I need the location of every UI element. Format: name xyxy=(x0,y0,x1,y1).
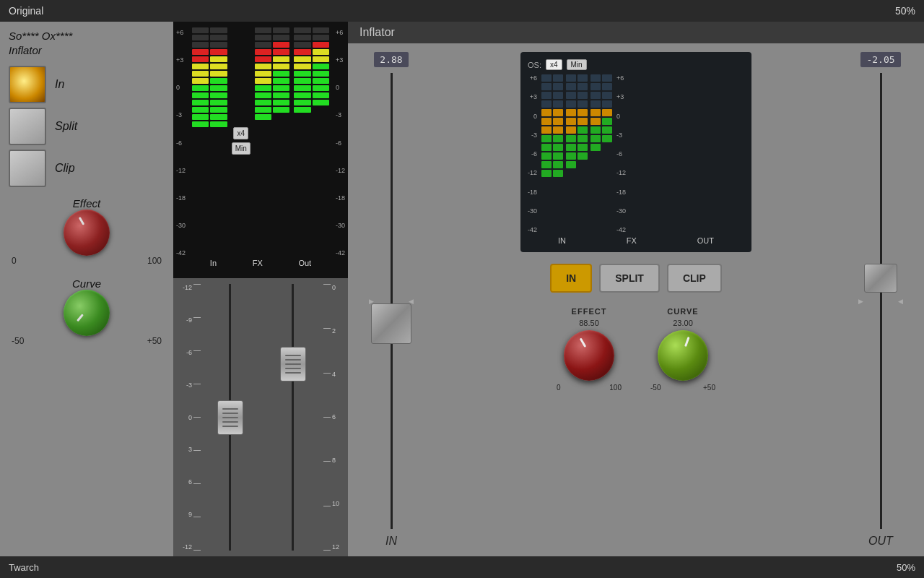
big-meter-bars-container: +6+30-3-6-12-18-30-42 xyxy=(528,74,744,233)
split-button[interactable] xyxy=(9,108,46,145)
effect-scale-max: 100 xyxy=(147,256,162,266)
curve-scale: -50 +50 xyxy=(9,336,165,346)
plugin-title: So**** Ox****Inflator xyxy=(0,22,173,61)
curve-knob-row xyxy=(9,290,165,336)
curve-knob[interactable] xyxy=(64,290,110,336)
inflator-center: OS: x4 Min +6+30-3-6-12-18-30-42 xyxy=(435,43,837,556)
in-bar-right xyxy=(210,27,227,254)
in-fader-container: ▶ ◀ xyxy=(366,73,417,529)
out-fader-arrow-right: ◀ xyxy=(898,298,903,305)
main-content: So**** Ox****Inflator In Split Clip Effe… xyxy=(0,22,924,556)
in-label: In xyxy=(55,78,64,91)
effect-scale-min: 0 xyxy=(12,256,17,266)
in-button-row: In xyxy=(9,66,165,103)
in-fader-handle[interactable] xyxy=(371,303,411,344)
big-meter-left-scale: +6+30-3-6-12-18-30-42 xyxy=(528,74,539,233)
big-fx-label: FX xyxy=(627,236,637,245)
out-value-display[interactable]: -2.05 xyxy=(860,52,900,67)
inflator-curve-group: CURVE 23.00 -50 +50 xyxy=(650,307,715,392)
inflator-header: Inflator xyxy=(348,22,924,43)
in-mode-button[interactable]: IN xyxy=(550,264,592,293)
min-button[interactable]: Min xyxy=(232,142,250,155)
left-fader-handle[interactable] xyxy=(217,400,243,435)
big-meter-col-labels: IN FX OUT xyxy=(528,236,744,245)
left-panel: So**** Ox****Inflator In Split Clip Effe… xyxy=(0,22,173,556)
effect-label: Effect xyxy=(73,197,100,210)
right-fader-scale: 024681012 xyxy=(331,284,344,551)
inflator-curve-knob[interactable] xyxy=(658,330,708,381)
effect-section: Effect 0 100 xyxy=(0,191,173,272)
in-fader-area: 2.88 ▶ ◀ IN xyxy=(348,43,435,556)
big-meter-right-scale: +6+30-3-6-12-18-30-42 xyxy=(615,74,626,233)
right-fader-ticks xyxy=(323,284,331,551)
right-fader-track xyxy=(262,284,323,551)
out-fader-container: ▶ ◀ xyxy=(855,73,906,529)
big-in-channel xyxy=(541,74,563,233)
big-meter-top: OS: x4 Min xyxy=(528,59,744,70)
plugin-button-list: In Split Clip xyxy=(0,61,173,191)
meter-panel: +6+30-3-6-12-18-30-42 +6+30-3-6-12-18-30… xyxy=(173,22,348,556)
in-value-display[interactable]: 2.88 xyxy=(374,52,408,67)
clip-button-row: Clip xyxy=(9,150,165,187)
bottom-bar: Twarch 50% xyxy=(0,556,924,578)
left-fader-group: -12-9-6-30369-12 xyxy=(178,284,259,551)
os-min-button[interactable]: Min xyxy=(567,59,587,70)
inflator-curve-label: CURVE xyxy=(667,307,698,316)
big-meter-display: OS: x4 Min +6+30-3-6-12-18-30-42 xyxy=(520,52,751,252)
inflator-effect-scale-min: 0 xyxy=(557,384,561,392)
fx-meter-channel xyxy=(255,27,290,254)
curve-section: Curve -50 +50 xyxy=(0,272,173,352)
effect-knob-container: Effect 0 100 xyxy=(9,197,165,266)
left-fader-scale: -12-9-6-30369-12 xyxy=(178,284,193,551)
clip-mode-button[interactable]: CLIP xyxy=(667,264,722,293)
inflator-body: 2.88 ▶ ◀ IN OS: x4 M xyxy=(348,43,924,556)
top-bar-left: Original xyxy=(9,5,43,17)
inflator-title: Inflator xyxy=(359,26,395,39)
inflator-effect-scale-max: 100 xyxy=(609,384,622,392)
in-area-label: IN xyxy=(385,535,397,548)
os-x4-button[interactable]: x4 xyxy=(546,59,562,70)
split-mode-button[interactable]: SPLIT xyxy=(599,264,660,293)
curve-scale-max: +50 xyxy=(147,336,162,346)
os-label: OS: xyxy=(528,61,541,69)
bottom-bar-right: 50% xyxy=(897,562,915,573)
inflator-effect-scale: 0 100 xyxy=(557,384,622,392)
in-bar-left xyxy=(192,27,209,254)
clip-button[interactable] xyxy=(9,150,46,187)
big-in-label: IN xyxy=(558,236,566,245)
fx-col-label: FX xyxy=(253,259,263,267)
effect-knob[interactable] xyxy=(64,210,110,256)
inflator-curve-scale: -50 +50 xyxy=(650,384,715,392)
inflator-effect-group: EFFECT 88.50 0 100 xyxy=(557,307,622,392)
in-meter-channel xyxy=(192,27,227,254)
x4-button[interactable]: x4 xyxy=(233,127,248,139)
big-out-channel xyxy=(590,74,612,233)
out-meter-channel xyxy=(294,27,329,254)
out-fader-arrow-left: ▶ xyxy=(858,298,863,305)
inflator-curve-scale-max: +50 xyxy=(703,384,715,392)
big-out-label: OUT xyxy=(697,236,714,245)
right-fader-handle[interactable] xyxy=(280,347,306,381)
mode-buttons: IN SPLIT CLIP xyxy=(550,264,722,293)
in-button[interactable] xyxy=(9,66,46,103)
meter-col-labels: In FX Out xyxy=(178,254,344,272)
inflator-knob-section: EFFECT 88.50 0 100 CURVE 23.00 xyxy=(557,307,715,392)
inflator-effect-knob[interactable] xyxy=(564,330,614,381)
curve-scale-min: -50 xyxy=(12,336,24,346)
top-bar: Original 50% xyxy=(0,0,924,22)
curve-label: Curve xyxy=(72,277,101,290)
left-fader-ticks xyxy=(193,284,201,551)
right-panel: Inflator 2.88 ▶ ◀ IN xyxy=(348,22,924,556)
split-button-row: Split xyxy=(9,108,165,145)
out-col-label: Out xyxy=(298,259,311,267)
effect-scale: 0 100 xyxy=(9,256,165,266)
inflator-curve-scale-min: -50 xyxy=(650,384,661,392)
big-fx-channel xyxy=(566,74,588,233)
inflator-effect-value: 88.50 xyxy=(579,319,599,327)
inflator-curve-value: 23.00 xyxy=(673,319,693,327)
clip-label: Clip xyxy=(55,162,75,175)
effect-knob-row xyxy=(9,210,165,256)
fader-section: -12-9-6-30369-12 xyxy=(173,278,348,556)
left-fader-track xyxy=(201,284,259,551)
out-fader-handle[interactable] xyxy=(864,264,897,293)
